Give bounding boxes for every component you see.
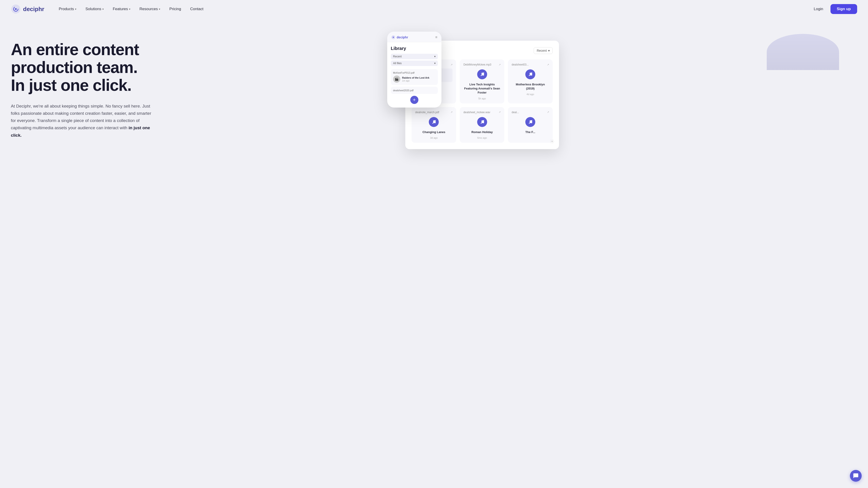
external-link-icon[interactable]: ↗ [499,111,501,113]
card-time: 5h ago [463,97,501,100]
card-filename: dealsheet_mckee.wav [463,111,490,114]
audio-play-icon [429,117,439,127]
mobile-library-title: Library [391,46,438,51]
signup-button[interactable]: Sign up [831,4,857,14]
chevron-down-icon: ▾ [434,55,436,58]
chevron-down-icon: ▾ [434,62,436,65]
mobile-item-thumbnail: 🎬 [393,75,400,83]
library-card: dealsheet_mckee.wav ↗ Roman Holiday 6mo … [460,107,504,143]
card-time: 6mo ago [463,136,501,139]
card-filename: deal... [512,111,519,114]
audio-play-icon [477,69,487,79]
svg-point-6 [393,37,394,38]
chevron-down-icon: ▾ [129,8,130,11]
audio-play-icon [477,117,487,127]
card-filename: dealnote_march.pdf [415,111,439,114]
nav-pricing[interactable]: Pricing [166,5,185,13]
hero-right: Library Recent ▾ McKeeForP013.pdf ↗ [392,27,857,149]
external-link-icon[interactable]: ↗ [499,63,501,66]
deciphr-logo-icon [11,4,21,14]
mobile-item-time: 1m ago [402,79,436,82]
mobile-body: Library Recent ▾ All files ▾ McKeeForP01… [387,42,441,107]
card-filename: DebtMoneyMckee.mp3 [463,63,491,66]
navbar: deciphr Products ▾ Solutions ▾ Features … [0,0,868,18]
settings-icon[interactable] [550,139,555,144]
hero-subtitle: At Deciphr, we're all about keeping thin… [11,103,156,139]
chevron-down-icon: ▾ [102,8,104,11]
card-time: 3d ago [415,136,453,139]
nav-products[interactable]: Products ▾ [55,5,80,13]
mobile-header: deciphr ≡ [387,32,441,42]
external-link-icon[interactable]: ↗ [451,111,453,113]
mobile-item: McKeeForP013.pdf 🎬 Raiders of the Lost A… [391,69,438,85]
nav-solutions[interactable]: Solutions ▾ [82,5,107,13]
mobile-item-2: dealsheet2020.pdf [391,87,438,94]
hamburger-icon[interactable]: ≡ [435,35,437,39]
library-card: deal... ↗ The F... [508,107,553,143]
mobile-logo: deciphr [391,35,408,39]
arc-decoration [767,34,839,70]
recent-dropdown[interactable]: Recent ▾ [534,47,553,54]
login-button[interactable]: Login [810,5,827,13]
mobile-fab-button[interactable]: + [410,96,418,104]
hero-section: An entire content production team. In ju… [0,18,868,488]
logo-text: deciphr [23,6,44,13]
mobile-logo-icon [391,35,395,39]
library-card: dealsheet03... ↗ Motherless Brooklyn (20… [508,59,553,103]
nav-right: Login Sign up [810,4,857,14]
library-card: dealnote_march.pdf ↗ Changing Lanes 3d a… [412,107,456,143]
chevron-down-icon: ▾ [75,8,76,11]
svg-point-1 [15,8,17,10]
audio-play-icon [525,117,535,127]
nav-features[interactable]: Features ▾ [109,5,134,13]
external-link-icon[interactable]: ↗ [547,63,549,66]
mobile-item-filename: McKeeForP013.pdf [393,71,436,74]
logo-link[interactable]: deciphr [11,4,44,14]
chevron-down-icon: ▾ [159,8,160,11]
mobile-filter-all[interactable]: All files ▾ [391,61,438,66]
card-description: Live Tech Insights Featuring Anomali's S… [463,83,501,95]
external-link-icon[interactable]: ↗ [547,111,549,113]
external-link-icon[interactable]: ↗ [451,63,453,66]
chat-bubble-button[interactable] [850,470,862,482]
hero-title: An entire content production team. In ju… [11,41,451,94]
chevron-down-icon: ▾ [548,49,550,53]
mobile-item-title: Raiders of the Lost Ark [402,76,436,79]
svg-point-4 [552,141,553,142]
mobile-filters: Recent ▾ All files ▾ [391,54,438,66]
card-description: Motherless Brooklyn (2019) [512,83,549,91]
hero-left: An entire content production team. In ju… [11,32,451,139]
card-description: Roman Holiday [463,130,501,134]
card-description: The F... [512,130,549,134]
card-description: Changing Lanes [415,130,453,134]
mobile-mockup: deciphr ≡ Library Recent ▾ All files ▾ [387,32,441,107]
audio-play-icon [525,69,535,79]
nav-resources[interactable]: Resources ▾ [136,5,164,13]
nav-contact[interactable]: Contact [186,5,207,13]
library-card: DebtMoneyMckee.mp3 ↗ Live Tech Insights … [460,59,504,103]
mobile-filter-recent[interactable]: Recent ▾ [391,54,438,59]
nav-links: Products ▾ Solutions ▾ Features ▾ Resour… [55,5,810,13]
card-filename: dealsheet03... [512,63,528,66]
card-time: 4d ago [512,93,549,96]
